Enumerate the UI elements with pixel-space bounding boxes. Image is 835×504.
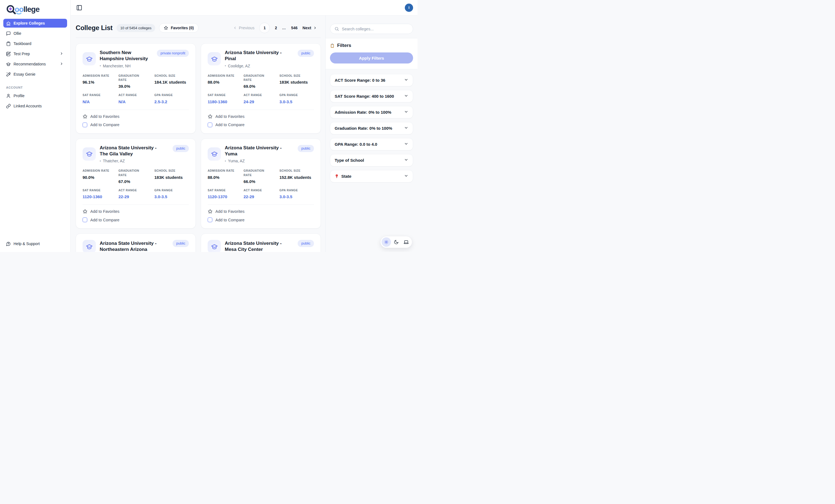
list-header: College List 10 of 5454 colleges Favorit… bbox=[76, 23, 321, 33]
filter-act-score[interactable]: ACT Score Range: 0 to 36 bbox=[330, 74, 413, 86]
chevron-right-icon bbox=[313, 26, 317, 30]
compare-checkbox[interactable] bbox=[208, 217, 212, 222]
compare-checkbox[interactable] bbox=[83, 123, 87, 127]
chevron-down-icon bbox=[404, 93, 408, 99]
sidebar-item-label: Linked Accounts bbox=[14, 104, 42, 108]
star-icon bbox=[208, 209, 212, 214]
search-box bbox=[330, 24, 413, 34]
user-avatar[interactable]: I bbox=[405, 4, 413, 12]
filter-gpa-range[interactable]: GPA Range: 0.0 to 4.0 bbox=[330, 138, 413, 150]
sat-range-stat: SAT RANGE1120-1370 bbox=[208, 188, 244, 199]
college-name: Southern New Hampshire University bbox=[100, 50, 153, 62]
sidebar-item-label: Ollie bbox=[14, 31, 21, 36]
sidebar-item-label: Profile bbox=[14, 93, 25, 98]
admission-rate-stat: ADMISSION RATE88.0% bbox=[208, 169, 244, 184]
pagination-page-1[interactable]: 1 bbox=[259, 23, 270, 33]
chevron-right-icon bbox=[60, 62, 64, 66]
theme-dark-button[interactable] bbox=[391, 237, 401, 247]
apply-filters-button[interactable]: Apply Filters bbox=[330, 52, 413, 63]
college-card: Arizona State University - Mesa City Cen… bbox=[201, 233, 321, 252]
pagination: Previous 1 2 … 546 Next bbox=[233, 23, 321, 33]
filter-type-of-school[interactable]: Type of School bbox=[330, 154, 413, 166]
compare-checkbox[interactable] bbox=[83, 217, 87, 222]
act-range-stat: ACT RANGE22-29 bbox=[119, 188, 154, 199]
star-icon bbox=[83, 209, 87, 214]
sidebar-item-label: Test Prep bbox=[14, 51, 30, 56]
school-building-icon bbox=[6, 21, 11, 26]
college-name: Arizona State University - Northeastern … bbox=[100, 240, 162, 252]
admission-rate-stat: ADMISSION RATE96.1% bbox=[83, 74, 119, 89]
school-type-badge: private nonprofit bbox=[157, 50, 189, 57]
school-type-badge: public bbox=[298, 240, 314, 247]
filter-list: ACT Score Range: 0 to 36 SAT Score Range… bbox=[326, 69, 418, 187]
college-location: • Yuma, AZ bbox=[225, 159, 294, 163]
qoollege-logo-icon: oollege bbox=[4, 4, 46, 15]
pagination-previous-button[interactable]: Previous bbox=[233, 26, 254, 30]
svg-text:oollege: oollege bbox=[15, 5, 40, 14]
add-to-favorites-button[interactable]: Add to Favorites bbox=[208, 113, 245, 120]
notebook-pen-icon bbox=[6, 51, 11, 56]
graduation-cap-icon bbox=[86, 56, 93, 62]
app-logo: oollege bbox=[3, 3, 67, 19]
pagination-page-546[interactable]: 546 bbox=[291, 26, 298, 30]
sidebar-item-essay-genie[interactable]: Essay Genie bbox=[3, 70, 67, 79]
college-card: Arizona State University - Pinal • Cooli… bbox=[201, 43, 321, 133]
sidebar-item-taskboard[interactable]: Taskboard bbox=[3, 39, 67, 48]
graduation-rate-stat: GRADUATION RATE69.0% bbox=[244, 74, 280, 89]
filter-graduation-rate[interactable]: Graduation Rate: 0% to 100% bbox=[330, 122, 413, 134]
search-input[interactable] bbox=[342, 27, 409, 31]
chevron-down-icon bbox=[404, 78, 408, 83]
add-to-compare-row[interactable]: Add to Compare bbox=[83, 122, 189, 128]
card-divider bbox=[208, 205, 314, 205]
chevron-right-icon bbox=[60, 51, 64, 56]
filters-panel: Filters Apply Filters bbox=[326, 38, 418, 69]
compare-checkbox[interactable] bbox=[208, 123, 212, 127]
add-to-compare-row[interactable]: Add to Compare bbox=[208, 122, 314, 128]
sidebar-item-profile[interactable]: Profile bbox=[3, 91, 67, 100]
gpa-range-stat: GPA RANGE3.0-3.5 bbox=[280, 93, 314, 104]
graduation-cap-icon bbox=[86, 150, 93, 157]
add-to-favorites-button[interactable]: Add to Favorites bbox=[83, 208, 120, 214]
clipboard-icon bbox=[6, 41, 11, 46]
favorites-filter-button[interactable]: Favorites (0) bbox=[159, 23, 198, 33]
round-pushpin-emoji-icon bbox=[335, 174, 339, 178]
graduation-cap-icon bbox=[211, 243, 218, 250]
pagination-page-2[interactable]: 2 bbox=[275, 26, 277, 30]
sidebar-item-ollie[interactable]: Ollie bbox=[3, 29, 67, 38]
college-cards-grid: Southern New Hampshire University • Manc… bbox=[76, 43, 321, 252]
filter-admission-rate[interactable]: Admission Rate: 0% to 100% bbox=[330, 106, 413, 119]
sidebar-item-recommendations[interactable]: Recommendations bbox=[3, 60, 67, 68]
sidebar-toggle-button[interactable] bbox=[76, 5, 82, 11]
add-to-compare-row[interactable]: Add to Compare bbox=[83, 217, 189, 223]
filter-sat-score[interactable]: SAT Score Range: 400 to 1600 bbox=[330, 90, 413, 102]
sidebar-item-test-prep[interactable]: Test Prep bbox=[3, 49, 67, 58]
account-nav: Profile Linked Accounts bbox=[3, 91, 67, 110]
chevron-down-icon bbox=[404, 174, 408, 179]
college-logo-tile bbox=[208, 147, 221, 161]
college-logo-tile bbox=[83, 240, 96, 252]
moon-icon bbox=[394, 239, 399, 245]
add-to-favorites-button[interactable]: Add to Favorites bbox=[83, 113, 120, 120]
sidebar-item-label: Essay Genie bbox=[14, 72, 35, 77]
sidebar-item-label: Taskboard bbox=[14, 41, 32, 46]
school-size-stat: SCHOOL SIZE183K students bbox=[280, 74, 314, 89]
theme-light-button[interactable] bbox=[382, 237, 391, 247]
act-range-stat: ACT RANGE22-29 bbox=[244, 188, 280, 199]
college-list-section: College List 10 of 5454 colleges Favorit… bbox=[71, 16, 325, 252]
add-to-compare-row[interactable]: Add to Compare bbox=[208, 217, 314, 223]
college-location: • Thatcher, AZ bbox=[100, 159, 169, 163]
college-name: Arizona State University - Pinal bbox=[225, 50, 287, 62]
pagination-next-button[interactable]: Next bbox=[303, 26, 317, 30]
college-name: Arizona State University - Yuma bbox=[225, 145, 287, 157]
search-icon bbox=[334, 26, 339, 31]
card-divider bbox=[83, 205, 189, 205]
school-size-stat: SCHOOL SIZE183K students bbox=[154, 169, 189, 184]
filter-state[interactable]: State bbox=[330, 170, 413, 183]
theme-system-button[interactable] bbox=[402, 237, 411, 247]
chevron-down-icon bbox=[404, 142, 408, 147]
add-to-favorites-button[interactable]: Add to Favorites bbox=[208, 208, 245, 214]
help-circle-icon bbox=[6, 241, 11, 246]
sidebar-item-help-support[interactable]: Help & Support bbox=[3, 239, 67, 248]
sidebar-item-linked-accounts[interactable]: Linked Accounts bbox=[3, 102, 67, 110]
sidebar-item-explore-colleges[interactable]: Explore Colleges bbox=[3, 19, 67, 27]
